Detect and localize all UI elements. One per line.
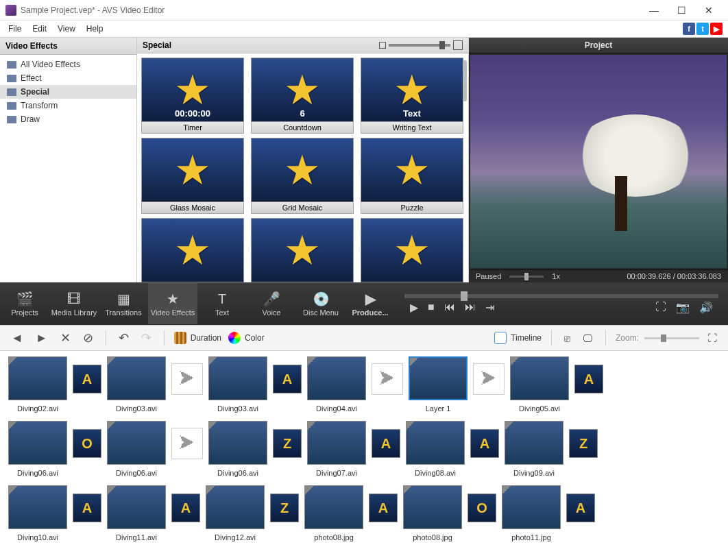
effect-slot[interactable]: A [369,494,398,522]
effect-slot[interactable]: A [73,494,101,522]
clip-item[interactable]: photo08.jpg [403,485,462,541]
effect-puzzle[interactable]: ★Puzzle [361,138,463,214]
effect-slot[interactable]: Z [270,494,299,522]
menu-help[interactable]: Help [81,23,109,35]
clip-item[interactable]: Diving09.avi [505,421,563,477]
tab-voice[interactable]: 🎤Voice [247,283,296,324]
tab-produce[interactable]: ▶Produce... [345,283,395,324]
clear-button[interactable]: ⊘ [80,329,96,347]
redo-button[interactable]: ↷ [138,329,154,347]
effect-slot[interactable]: Z [569,429,598,458]
clip-item[interactable]: Diving08.avi [406,421,465,477]
category-transform[interactable]: Transform [0,99,136,112]
category-effect[interactable]: Effect [0,71,136,85]
tab-projects[interactable]: 🎬Projects [0,283,49,324]
play-button[interactable]: ▶ [410,301,418,314]
nav-forward-button[interactable]: ► [33,330,51,347]
effect-writing-text[interactable]: ★TextWriting Text [361,58,463,134]
folder-icon [7,116,16,123]
clip-item[interactable]: Diving06.avi [107,421,166,477]
clip-item[interactable]: Diving10.avi [8,485,67,541]
tab-disc-menu[interactable]: 💿Disc Menu [296,283,345,324]
effect-slot[interactable]: A [273,365,302,393]
effect-slot[interactable]: A [470,429,499,458]
transition-slot[interactable]: ⮞ [372,363,403,395]
transition-slot[interactable]: ⮞ [171,428,203,459]
tab-transitions[interactable]: ▦Transitions [99,283,148,324]
stop-button[interactable]: ■ [428,301,435,313]
playback-speed: 1x [552,272,560,280]
display-icon[interactable]: 🖵 [580,331,596,345]
clip-item[interactable]: Diving03.avi [107,356,166,413]
effect-particles[interactable]: ★Particles [251,218,354,282]
facebook-icon[interactable]: f [683,23,695,35]
loop-button[interactable]: ⇥ [485,301,494,314]
preview-header: Project [469,38,728,53]
clip-item[interactable]: Diving11.avi [107,485,166,541]
next-button[interactable]: ⏭ [465,301,476,313]
folder-icon [7,88,16,96]
effect-slot[interactable]: O [468,494,496,522]
fit-zoom-icon[interactable]: ⛶ [705,331,720,345]
twitter-icon[interactable]: t [696,23,709,35]
effect-slot[interactable]: Z [273,429,302,458]
effect-timer[interactable]: ★00:00:00Timer [141,58,244,134]
menu-file[interactable]: File [3,23,27,35]
nav-back-button[interactable]: ◄ [8,330,26,347]
color-button[interactable]: Color [228,332,265,344]
fullscreen-icon[interactable]: ⛶ [655,301,666,313]
effect-slot[interactable]: A [574,365,603,393]
effect-snow[interactable]: ★Snow [141,218,244,282]
transition-slot[interactable]: ⮞ [473,363,505,395]
clip-item[interactable]: Diving06.avi [8,421,67,477]
timeline-toggle[interactable]: Timeline [494,332,542,344]
clip-item[interactable]: Diving06.avi [208,421,267,477]
clip-item[interactable]: Diving02.avi [8,356,67,413]
effect-glass-mosaic[interactable]: ★Glass Mosaic [141,138,244,214]
thumbnail-size-slider[interactable] [379,40,463,50]
tab-media-library[interactable]: 🎞Media Library [49,283,99,324]
category-special[interactable]: Special [0,85,136,99]
app-icon [5,5,16,16]
close-button[interactable]: ✕ [695,1,723,20]
prev-button[interactable]: ⏮ [444,301,455,313]
category-draw[interactable]: Draw [0,112,136,126]
effect-grid-mosaic[interactable]: ★Grid Mosaic [251,138,354,214]
effect-canvas[interactable]: ★Canvas [361,218,463,282]
transition-slot[interactable]: ⮞ [171,363,203,395]
audio-mixer-icon[interactable]: ⎚ [561,331,573,345]
clip-item[interactable]: Diving03.avi [208,356,267,413]
snapshot-icon[interactable]: 📷 [676,301,690,314]
effect-slot[interactable]: A [566,494,595,522]
seek-bar[interactable] [404,294,718,298]
clip-item[interactable]: photo08.jpg [304,485,363,541]
delete-button[interactable]: ✕ [58,329,73,347]
minimize-button[interactable]: — [640,1,668,20]
zoom-slider[interactable] [644,337,699,339]
clip-item[interactable]: Diving05.avi [510,356,569,413]
undo-button[interactable]: ↶ [116,329,132,347]
duration-button[interactable]: Duration [174,332,221,344]
speed-slider[interactable] [509,276,544,278]
preview-screen[interactable] [470,55,727,268]
menu-edit[interactable]: Edit [27,23,52,35]
volume-icon[interactable]: 🔊 [699,301,713,314]
clip-item[interactable]: photo11.jpg [502,485,561,541]
category-all-video-effects[interactable]: All Video Effects [0,58,136,71]
clip-item[interactable]: Layer 1 [409,356,468,413]
effect-slot[interactable]: A [171,494,200,522]
sidebar-header: Video Effects [0,38,136,55]
clip-item[interactable]: Diving12.avi [206,485,265,541]
clip-item[interactable]: Diving07.avi [307,421,366,477]
scrollbar[interactable] [463,60,467,101]
youtube-icon[interactable]: ▶ [710,23,723,35]
effect-slot[interactable]: A [372,429,400,458]
tab-video-effects[interactable]: ★Video Effects [148,283,197,324]
menu-view[interactable]: View [52,23,81,35]
tab-text[interactable]: TText [197,283,247,324]
effect-slot[interactable]: O [73,429,101,458]
effect-slot[interactable]: A [73,365,101,393]
effect-countdown[interactable]: ★6Countdown [251,58,354,134]
clip-item[interactable]: Diving04.avi [307,356,366,413]
maximize-button[interactable]: ☐ [668,1,695,20]
